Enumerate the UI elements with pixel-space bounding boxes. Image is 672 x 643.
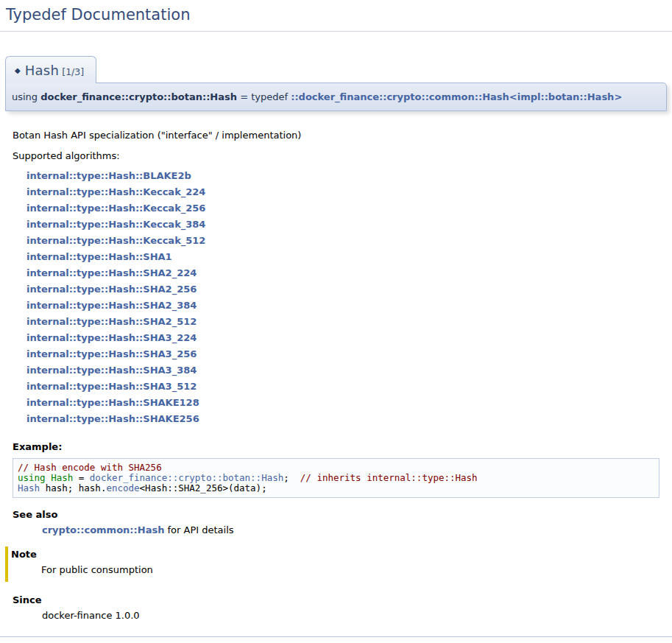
algorithm-line: internal::type::Hash::BLAKE2b bbox=[26, 168, 659, 184]
decl-name: docker_finance::crypto::botan::Hash bbox=[40, 91, 237, 102]
algorithm-link[interactable]: internal::type::Hash::SHA1 bbox=[26, 251, 172, 262]
algorithm-link[interactable]: internal::type::Hash::Keccak_384 bbox=[26, 219, 205, 230]
algorithm-line: internal::type::Hash::SHAKE256 bbox=[26, 411, 659, 427]
code-token: = bbox=[73, 472, 90, 483]
algorithm-link[interactable]: internal::type::Hash::SHA2_512 bbox=[26, 316, 197, 327]
member-tab: ◆Hash[1/3] bbox=[5, 56, 96, 83]
code-link[interactable]: Hash bbox=[18, 482, 40, 493]
algorithm-link[interactable]: internal::type::Hash::SHA2_256 bbox=[26, 284, 197, 295]
brief-description: Botan Hash API specialization ("interfac… bbox=[13, 130, 659, 141]
algorithm-link[interactable]: internal::type::Hash::Keccak_224 bbox=[26, 186, 205, 197]
permalink-icon[interactable]: ◆ bbox=[15, 66, 21, 74]
algorithm-line: internal::type::Hash::SHAKE128 bbox=[26, 395, 659, 411]
algorithm-link[interactable]: internal::type::Hash::SHA3_384 bbox=[26, 365, 197, 376]
code-line: // Hash encode with SHA256 bbox=[18, 463, 654, 473]
algorithm-line: internal::type::Hash::SHA3_224 bbox=[26, 330, 659, 346]
algorithm-line: internal::type::Hash::SHA3_384 bbox=[26, 362, 659, 379]
code-link[interactable]: docker_finance::crypto::botan::Hash bbox=[90, 472, 283, 483]
algorithms-label: Supported algorithms: bbox=[13, 150, 659, 161]
code-token: // Hash encode with SHA256 bbox=[18, 462, 162, 473]
code-link[interactable]: encode bbox=[106, 482, 139, 493]
see-also-link[interactable]: crypto::common::Hash bbox=[42, 524, 164, 535]
since-text: docker-finance 1.0.0 bbox=[42, 610, 659, 621]
note-text: For public consumption bbox=[41, 564, 659, 575]
algorithm-line: internal::type::Hash::SHA1 bbox=[26, 249, 659, 265]
member-item: ◆Hash[1/3] using docker_finance::crypto:… bbox=[5, 56, 667, 621]
algorithm-line: internal::type::Hash::Keccak_224 bbox=[26, 184, 659, 200]
see-also-content: crypto::common::Hash for API details bbox=[42, 524, 659, 535]
algorithm-line: internal::type::Hash::Keccak_256 bbox=[26, 200, 659, 217]
code-token: ; bbox=[283, 472, 300, 483]
algorithm-link[interactable]: internal::type::Hash::SHA2_384 bbox=[26, 300, 197, 311]
algorithm-link[interactable]: internal::type::Hash::SHAKE256 bbox=[26, 413, 199, 424]
note-label: Note bbox=[11, 549, 659, 560]
algorithm-list: internal::type::Hash::BLAKE2binternal::t… bbox=[26, 168, 659, 427]
page-title: Typedef Documentation bbox=[0, 0, 672, 31]
algorithm-line: internal::type::Hash::SHA3_512 bbox=[26, 379, 659, 395]
note-section: Note For public consumption bbox=[5, 547, 659, 582]
algorithm-link[interactable]: internal::type::Hash::Keccak_256 bbox=[26, 203, 205, 214]
algorithm-link[interactable]: internal::type::Hash::SHA2_224 bbox=[26, 267, 197, 278]
member-name: Hash bbox=[25, 63, 60, 78]
decl-equals: = typedef bbox=[237, 91, 291, 102]
code-token: <Hash::SHA2_256>(data); bbox=[140, 482, 267, 493]
code-token: Hash bbox=[51, 472, 73, 483]
algorithm-link[interactable]: internal::type::Hash::SHA3_512 bbox=[26, 381, 197, 392]
since-label: Since bbox=[13, 594, 659, 605]
code-fragment: // Hash encode with SHA256using Hash = d… bbox=[13, 458, 659, 498]
member-overload-count: [1/3] bbox=[62, 66, 84, 77]
member-doc: Botan Hash API specialization ("interfac… bbox=[5, 130, 667, 621]
algorithm-line: internal::type::Hash::Keccak_512 bbox=[26, 233, 659, 249]
algorithm-line: internal::type::Hash::SHA3_256 bbox=[26, 346, 659, 362]
code-token: using bbox=[18, 472, 51, 483]
algorithm-link[interactable]: internal::type::Hash::Keccak_512 bbox=[26, 235, 205, 246]
code-line: using Hash = docker_finance::crypto::bot… bbox=[18, 473, 654, 483]
member-prototype: using docker_finance::crypto::botan::Has… bbox=[5, 82, 667, 111]
decl-target-link[interactable]: ::docker_finance::crypto::common::Hash<i… bbox=[291, 91, 622, 102]
algorithm-line: internal::type::Hash::SHA2_224 bbox=[26, 265, 659, 281]
contents: ◆Hash[1/3] using docker_finance::crypto:… bbox=[5, 56, 667, 621]
code-line: Hash hash; hash.encode<Hash::SHA2_256>(d… bbox=[18, 483, 654, 493]
algorithm-link[interactable]: internal::type::Hash::SHA3_224 bbox=[26, 332, 197, 343]
code-token: hash; hash. bbox=[40, 482, 106, 493]
decl-keyword: using bbox=[12, 91, 40, 102]
algorithm-line: internal::type::Hash::SHA2_512 bbox=[26, 314, 659, 330]
footer-divider bbox=[0, 636, 672, 637]
see-also-label: See also bbox=[13, 509, 659, 520]
section-header: Typedef Documentation bbox=[0, 0, 672, 32]
algorithm-link[interactable]: internal::type::Hash::SHA3_256 bbox=[26, 348, 197, 359]
algorithm-line: internal::type::Hash::SHA2_384 bbox=[26, 298, 659, 314]
since-section: Since docker-finance 1.0.0 bbox=[13, 594, 659, 621]
example-label: Example: bbox=[13, 441, 659, 452]
algorithm-line: internal::type::Hash::SHA2_256 bbox=[26, 281, 659, 298]
algorithm-link[interactable]: internal::type::Hash::SHAKE128 bbox=[26, 397, 199, 408]
see-also-section: See also crypto::common::Hash for API de… bbox=[13, 509, 659, 535]
see-also-suffix: for API details bbox=[164, 524, 233, 535]
algorithm-line: internal::type::Hash::Keccak_384 bbox=[26, 217, 659, 233]
code-token: // inherits internal::type::Hash bbox=[300, 472, 478, 483]
algorithm-link[interactable]: internal::type::Hash::BLAKE2b bbox=[26, 170, 191, 181]
